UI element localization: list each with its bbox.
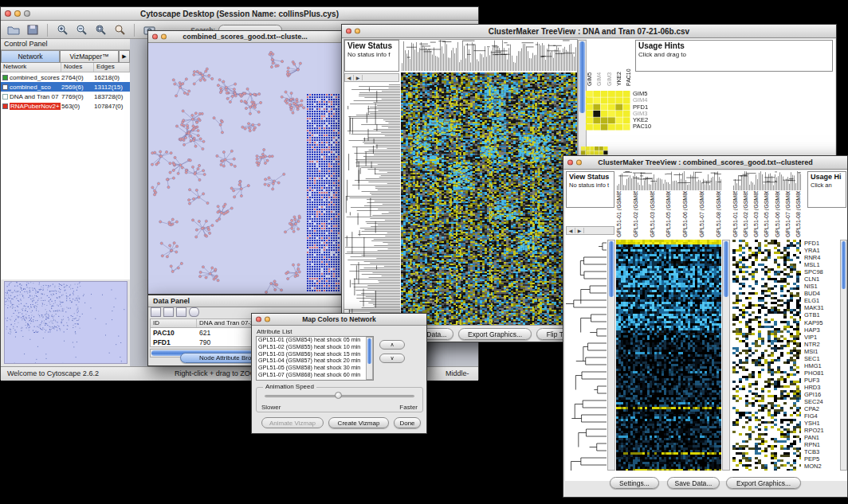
zoom-in-icon[interactable]	[54, 23, 70, 37]
gene-label[interactable]: RPO21	[804, 427, 839, 434]
gene-label[interactable]: PAC10	[633, 123, 660, 130]
gene-label[interactable]: TCB3	[804, 448, 839, 455]
gene-label[interactable]: HMG1	[804, 362, 839, 369]
column-label[interactable]: GPL51-03 (GSM856	[753, 191, 759, 237]
column-dendrogram-2[interactable]	[732, 171, 801, 190]
gene-label[interactable]: FIG4	[804, 412, 839, 420]
tab-network[interactable]: Network	[1, 50, 60, 63]
gene-label[interactable]: RPN1	[804, 441, 839, 448]
gene-label[interactable]: MSI1	[804, 348, 839, 355]
minimize-button[interactable]	[265, 317, 270, 322]
gene-label[interactable]: BUD4	[804, 290, 839, 297]
treeview-dna-titlebar[interactable]: ClusterMaker TreeView : DNA and Tran 07-…	[342, 25, 836, 38]
row-dendrogram[interactable]	[566, 240, 607, 471]
export-graphics-button[interactable]: Export Graphics...	[458, 328, 532, 340]
gene-label[interactable]: HAP3	[804, 326, 839, 334]
matrix-column-label[interactable]: YKE2	[616, 40, 622, 86]
column-label[interactable]: GPL51-02 (GSM855	[633, 191, 638, 237]
column-label[interactable]: GPL51-07 (GSM865	[785, 191, 791, 237]
secondary-heatmap[interactable]	[732, 240, 801, 471]
gene-label[interactable]: YSH1	[804, 420, 839, 427]
dendro-hscrollbar[interactable]: ◀ ▶	[566, 226, 614, 235]
gene-label[interactable]: YRA1	[804, 247, 839, 254]
network-row[interactable]: RNAPuberNov2+ 563(0) 107847(0)	[1, 101, 130, 111]
attribute-list-item[interactable]: GPL51-04 (GSM857) heat shock 20 min	[257, 357, 373, 365]
minimize-button[interactable]	[14, 10, 21, 17]
scroll-left-icon[interactable]: ◀	[345, 75, 354, 80]
heatmap-vscrollbar[interactable]	[722, 240, 730, 471]
column-label[interactable]: GPL51-01 (GSM854	[616, 191, 622, 237]
zoom-button[interactable]	[24, 10, 30, 17]
column-label[interactable]: GPL51-02 (GSM855	[743, 191, 748, 237]
dendro-vscrollbar[interactable]	[607, 240, 615, 471]
gene-label[interactable]: SEC24	[804, 398, 839, 405]
gene-label[interactable]: SEC1	[804, 355, 839, 362]
attribute-list-item[interactable]: GPL51-07 (GSM868) heat shock 60 min	[257, 372, 373, 379]
column-nodes[interactable]: Nodes	[61, 63, 94, 72]
dendro-hscrollbar[interactable]: ◀ ▶	[344, 73, 399, 82]
attribute-create-icon[interactable]	[163, 307, 174, 317]
scroll-right-icon[interactable]: ▶	[575, 228, 584, 233]
matrix-column-label[interactable]: GIM5	[587, 40, 592, 86]
network-row[interactable]: DNA and Tran 07 7769(0) 183728(0)	[1, 92, 130, 101]
gene-label[interactable]: MSL1	[804, 261, 839, 268]
settings-button[interactable]: Settings...	[610, 477, 659, 489]
gene-label[interactable]: PHO81	[804, 369, 839, 377]
column-label[interactable]: GPL51-01 (GSM854	[732, 191, 738, 237]
listbox-vscrollbar[interactable]	[366, 337, 373, 380]
column-id[interactable]: ID	[151, 319, 197, 327]
close-button[interactable]	[567, 160, 573, 166]
column-label[interactable]: GPL51-05 (GSM865	[665, 191, 671, 237]
row-dendrogram[interactable]	[344, 84, 400, 325]
column-network[interactable]: Network	[1, 63, 61, 72]
attribute-delete-icon[interactable]	[176, 307, 186, 317]
zoom-out-icon[interactable]	[73, 23, 89, 37]
expression-heatmap[interactable]	[616, 240, 721, 471]
network-row[interactable]: combined_sco 2569(6) 13112(15)	[1, 82, 130, 92]
move-up-button[interactable]: ∧	[379, 340, 405, 350]
gene-label[interactable]: MAK31	[804, 304, 839, 311]
move-down-button[interactable]: ∨	[379, 354, 405, 363]
column-label[interactable]: GPL51-06 (GSM865	[775, 191, 780, 237]
gene-label[interactable]: PFD1	[804, 240, 839, 247]
close-button[interactable]	[5, 10, 11, 17]
gene-label[interactable]: CPA2	[804, 405, 839, 412]
gene-label[interactable]: RNR4	[804, 254, 839, 261]
gene-label[interactable]: NIS1	[804, 283, 839, 290]
network-view-titlebar[interactable]: combined_scores_good.txt--cluste...	[148, 31, 342, 43]
gene-label[interactable]: SPC98	[804, 268, 839, 275]
column-label[interactable]: GPL51-08 (GSM867	[795, 191, 801, 237]
gene-label[interactable]: PEP5	[804, 455, 839, 463]
save-session-icon[interactable]	[25, 23, 41, 37]
scroll-thumb[interactable]	[724, 241, 728, 297]
column-label[interactable]: GPL51-06 (GSM865	[682, 191, 688, 237]
open-session-icon[interactable]	[6, 23, 22, 37]
close-button[interactable]	[152, 34, 158, 40]
column-label[interactable]: GPL51-08 (GSM867	[716, 191, 721, 237]
network-graph-canvas[interactable]	[148, 43, 342, 294]
treeview-combined-titlebar[interactable]: ClusterMaker TreeView : combined_scores_…	[563, 156, 847, 170]
scroll-thumb[interactable]	[609, 241, 614, 297]
done-button[interactable]: Done	[394, 417, 421, 428]
scroll-left-icon[interactable]: ◀	[567, 228, 575, 233]
column-dendrogram[interactable]	[616, 171, 721, 190]
close-button[interactable]	[256, 317, 261, 322]
gene-label[interactable]: VIP1	[804, 334, 839, 341]
gene-label[interactable]: PAN1	[804, 434, 839, 441]
minimize-button[interactable]	[576, 160, 582, 166]
gene-label[interactable]: GTB1	[804, 311, 839, 318]
expression-heatmap[interactable]	[401, 72, 577, 325]
attribute-list-item[interactable]: GPL51-02 (GSM855) heat shock 10 min	[257, 344, 373, 351]
attribute-select-icon[interactable]	[151, 307, 161, 317]
matrix-column-label[interactable]: PAC10	[626, 40, 631, 86]
column-dendrogram[interactable]	[401, 40, 577, 71]
gene-label[interactable]: PUF3	[804, 377, 839, 384]
gene-label[interactable]: MON2	[804, 463, 839, 470]
column-label[interactable]: GPL51-05 (GSM865	[764, 191, 769, 237]
column-label[interactable]: GPL51-07 (GSM865	[699, 191, 705, 237]
attribute-list-item[interactable]: GPL51-03 (GSM856) heat shock 15 min	[257, 351, 373, 358]
column-label[interactable]: GPL51-03 (GSM856	[650, 191, 655, 237]
scroll-thumb[interactable]	[579, 41, 585, 113]
export-graphics-button[interactable]: Export Graphics...	[726, 477, 801, 489]
zoom-fit-icon[interactable]	[92, 23, 108, 37]
